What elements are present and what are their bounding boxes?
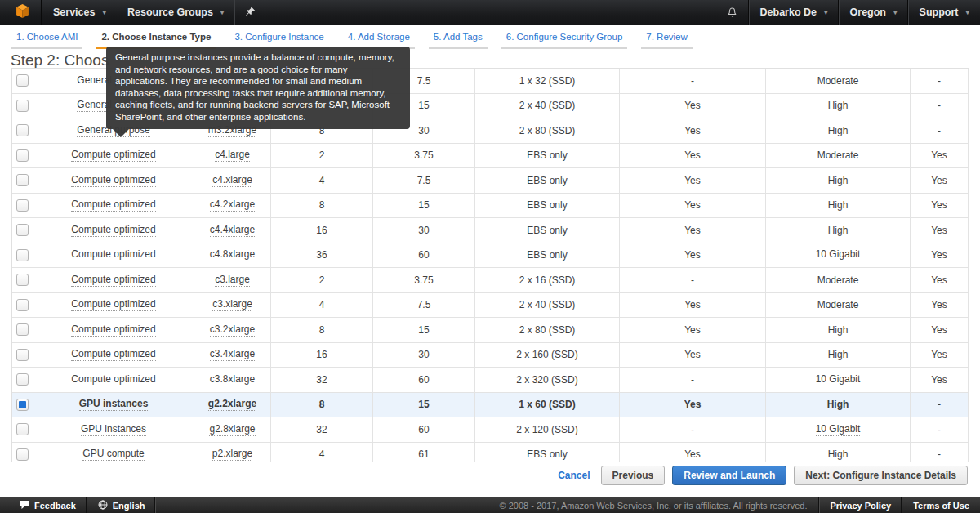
table-row[interactable]: Compute optimizedc4.large23.75EBS onlyYe…: [12, 144, 969, 169]
family-link[interactable]: Compute optimized: [71, 348, 155, 361]
table-row[interactable]: GPU instancesg2.2xlarge8151 x 60 (SSD)Ye…: [12, 393, 969, 418]
cell-storage: 2 x 16 (SSD): [475, 268, 620, 292]
step-tab-4[interactable]: 4. Add Storage: [345, 25, 412, 49]
checkbox-cell: [12, 293, 33, 318]
family-link[interactable]: Compute optimized: [71, 373, 155, 386]
cell-ebs: Yes: [620, 293, 766, 318]
row-checkbox[interactable]: [16, 349, 29, 361]
family-link[interactable]: GPU instances: [79, 398, 149, 411]
table-row[interactable]: Compute optimizedc4.4xlarge1630EBS onlyY…: [12, 218, 969, 243]
cell-storage: 2 x 320 (SSD): [475, 368, 620, 392]
network-link[interactable]: 10 Gigabit: [816, 423, 861, 436]
row-checkbox[interactable]: [16, 399, 29, 411]
type-link[interactable]: c4.xlarge: [212, 174, 252, 187]
type-link[interactable]: c4.2xlarge: [210, 199, 255, 212]
nav-user-menu[interactable]: Debarko De: [750, 0, 839, 25]
feedback-link[interactable]: Feedback: [0, 497, 87, 513]
terms-of-use-link[interactable]: Terms of Use: [902, 497, 980, 513]
review-and-launch-button[interactable]: Review and Launch: [672, 466, 786, 485]
row-checkbox[interactable]: [16, 448, 29, 461]
table-row[interactable]: Compute optimizedc4.2xlarge815EBS onlyYe…: [12, 194, 969, 219]
row-checkbox[interactable]: [16, 249, 29, 261]
family-link[interactable]: GPU compute: [82, 448, 144, 461]
type-link[interactable]: g2.2xlarge: [208, 398, 256, 411]
cell-storage: 2 x 120 (SSD): [475, 417, 620, 442]
nav-support-menu[interactable]: Support: [909, 0, 980, 25]
cell-type: c4.2xlarge: [194, 194, 271, 218]
type-link[interactable]: c4.8xlarge: [210, 248, 255, 261]
pin-shortcut-button[interactable]: [235, 0, 266, 25]
row-checkbox[interactable]: [16, 373, 29, 386]
language-link[interactable]: English: [87, 497, 156, 513]
row-checkbox[interactable]: [16, 423, 29, 435]
family-link[interactable]: Compute optimized: [71, 149, 155, 162]
table-row[interactable]: Compute optimizedc3.large23.752 x 16 (SS…: [12, 268, 969, 293]
row-checkbox[interactable]: [16, 124, 29, 136]
family-link[interactable]: Compute optimized: [71, 224, 155, 237]
family-link[interactable]: Compute optimized: [71, 248, 155, 261]
family-link[interactable]: Compute optimized: [71, 199, 155, 212]
cell-ebs: -: [620, 268, 766, 292]
type-link[interactable]: c3.large: [215, 274, 250, 287]
aws-logo[interactable]: [0, 0, 42, 25]
row-checkbox[interactable]: [16, 100, 29, 112]
type-link[interactable]: c4.4xlarge: [210, 224, 255, 237]
privacy-policy-link[interactable]: Privacy Policy: [820, 497, 902, 513]
cell-family: Compute optimized: [33, 218, 194, 243]
step-tab-5[interactable]: 5. Add Tags: [431, 25, 485, 49]
table-row[interactable]: GPU instancesg2.8xlarge32602 x 120 (SSD)…: [12, 417, 969, 443]
type-link[interactable]: c3.8xlarge: [210, 373, 255, 386]
table-row[interactable]: Compute optimizedc3.2xlarge8152 x 80 (SS…: [12, 318, 969, 343]
row-checkbox[interactable]: [16, 274, 29, 286]
row-checkbox[interactable]: [16, 224, 29, 236]
previous-button[interactable]: Previous: [601, 466, 666, 485]
cell-ipv6: Yes: [911, 268, 969, 292]
cell-network: 10 Gigabit: [766, 417, 911, 442]
row-checkbox[interactable]: [16, 199, 29, 212]
step-tab-6[interactable]: 6. Configure Security Group: [504, 25, 626, 49]
cell-type: p2.xlarge: [194, 443, 271, 462]
row-checkbox[interactable]: [16, 74, 29, 87]
table-row[interactable]: GPU computep2.xlarge461EBS onlyYesHigh-: [12, 443, 969, 462]
step-tab-1[interactable]: 1. Choose AMI: [14, 25, 80, 49]
family-link[interactable]: Compute optimized: [71, 298, 155, 311]
cell-storage: EBS only: [475, 194, 620, 218]
table-row[interactable]: Compute optimizedc3.xlarge47.52 x 40 (SS…: [12, 293, 969, 319]
row-checkbox[interactable]: [16, 149, 29, 162]
type-link[interactable]: c4.large: [215, 149, 250, 162]
nav-region-menu[interactable]: Oregon: [840, 0, 908, 25]
table-row[interactable]: Compute optimizedc3.8xlarge32602 x 320 (…: [12, 368, 969, 393]
type-link[interactable]: c3.2xlarge: [210, 323, 255, 337]
step-tab-3[interactable]: 3. Configure Instance: [232, 25, 326, 49]
cell-storage: 2 x 40 (SSD): [475, 94, 620, 118]
type-link[interactable]: g2.8xlarge: [209, 423, 255, 436]
nav-services-menu[interactable]: Services: [42, 0, 117, 25]
row-checkbox[interactable]: [16, 174, 29, 186]
table-row[interactable]: Compute optimizedc4.xlarge47.5EBS onlyYe…: [12, 168, 969, 194]
row-checkbox[interactable]: [16, 299, 29, 311]
network-link[interactable]: 10 Gigabit: [816, 373, 861, 386]
step-tab-7[interactable]: 7. Review: [644, 25, 690, 49]
step-tab-2[interactable]: 2. Choose Instance Type: [99, 25, 213, 49]
notifications-button[interactable]: [716, 0, 749, 25]
cell-storage: 2 x 80 (SSD): [475, 118, 620, 143]
row-checkbox[interactable]: [16, 323, 29, 336]
family-link[interactable]: GPU instances: [81, 423, 146, 436]
family-link[interactable]: Compute optimized: [71, 174, 155, 187]
table-row[interactable]: Compute optimizedc3.4xlarge16302 x 160 (…: [12, 343, 969, 368]
network-link[interactable]: 10 Gigabit: [816, 248, 861, 261]
family-link[interactable]: Compute optimized: [71, 274, 155, 287]
cell-network: High: [766, 318, 911, 342]
table-row[interactable]: Compute optimizedc4.8xlarge3660EBS onlyY…: [12, 243, 969, 269]
cell-ipv6: Yes: [911, 368, 969, 392]
type-link[interactable]: c3.xlarge: [212, 298, 252, 311]
type-link[interactable]: p2.xlarge: [212, 448, 252, 461]
family-link[interactable]: Compute optimized: [71, 323, 155, 337]
steps-bar: 1. Choose AMI2. Choose Instance Type3. C…: [0, 25, 980, 49]
cancel-link[interactable]: Cancel: [558, 470, 590, 481]
next-configure-instance-button[interactable]: Next: Configure Instance Details: [794, 466, 968, 485]
nav-support-label: Support: [920, 7, 959, 18]
type-link[interactable]: c3.4xlarge: [210, 348, 255, 361]
cell-network: High: [766, 393, 911, 417]
nav-resource-groups-menu[interactable]: Resource Groups: [117, 0, 234, 25]
